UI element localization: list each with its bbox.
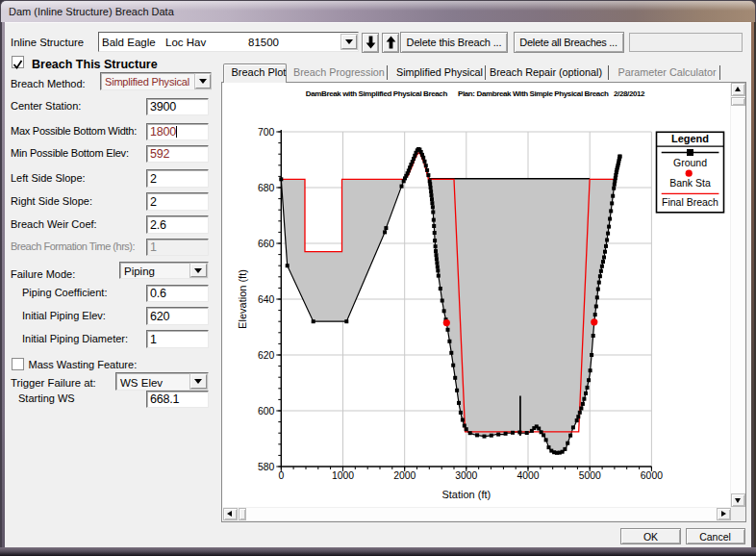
svg-text:0: 0	[278, 470, 284, 481]
svg-text:700: 700	[258, 127, 275, 138]
svg-text:660: 660	[258, 239, 275, 249]
svg-text:Elevation (ft): Elevation (ft)	[237, 269, 248, 329]
svg-text:1000: 1000	[332, 470, 354, 481]
svg-text:6000: 6000	[641, 470, 663, 481]
svg-text:640: 640	[258, 294, 275, 305]
svg-text:Final Breach: Final Breach	[662, 196, 718, 208]
svg-text:2000: 2000	[393, 470, 416, 481]
svg-text:3000: 3000	[455, 470, 477, 481]
svg-text:600: 600	[258, 406, 275, 417]
svg-text:620: 620	[258, 350, 275, 361]
svg-text:Bank Sta: Bank Sta	[669, 177, 711, 189]
svg-text:580: 580	[258, 462, 275, 472]
svg-text:DamBreak with Simplified Physi: DamBreak with Simplified Physical Breach…	[306, 89, 645, 98]
svg-text:4000: 4000	[517, 470, 539, 481]
svg-text:5000: 5000	[579, 470, 601, 481]
svg-text:Ground: Ground	[673, 157, 707, 168]
svg-text:680: 680	[258, 183, 275, 193]
svg-text:Station (ft): Station (ft)	[441, 489, 491, 500]
svg-text:Legend: Legend	[671, 133, 709, 144]
